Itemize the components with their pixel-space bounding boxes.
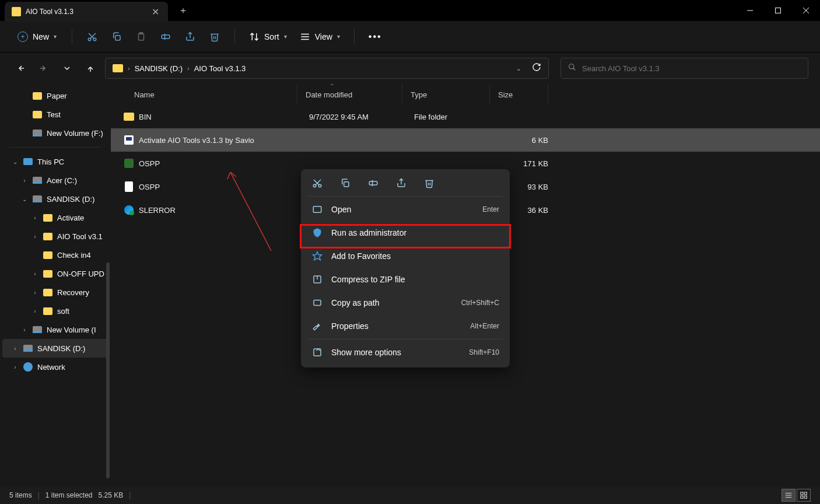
expand-icon[interactable]: › — [12, 345, 19, 352]
column-type[interactable]: Type — [402, 84, 490, 105]
title-bar: AIO Tool v3.1.3 ✕ ＋ — [0, 0, 820, 21]
refresh-button[interactable] — [532, 62, 541, 74]
separator — [234, 29, 235, 44]
svg-rect-37 — [313, 206, 321, 213]
paste-button[interactable] — [131, 26, 152, 47]
thumbnails-view-button[interactable] — [797, 489, 811, 502]
forward-button[interactable] — [35, 60, 52, 77]
ctx-cut-button[interactable] — [311, 177, 323, 189]
copy-button[interactable] — [106, 26, 127, 47]
more-button[interactable]: ••• — [364, 32, 387, 42]
expand-icon[interactable]: › — [31, 271, 38, 277]
search-box[interactable] — [560, 58, 808, 79]
cut-button[interactable] — [82, 26, 103, 47]
window-controls — [736, 0, 820, 21]
sidebar-item-onoff[interactable]: ›ON-OFF UPD — [0, 264, 111, 283]
new-button[interactable]: + New ▾ — [12, 29, 62, 44]
folder-icon — [12, 7, 21, 16]
expand-icon[interactable]: › — [31, 308, 38, 314]
network-icon — [23, 362, 33, 372]
ctx-copy-path[interactable]: Copy as path Ctrl+Shift+C — [304, 291, 506, 314]
collapse-icon[interactable]: ⌄ — [12, 159, 19, 165]
collapse-icon[interactable]: ⌄ — [21, 196, 28, 202]
ctx-open[interactable]: Open Enter — [304, 198, 506, 221]
expand-icon[interactable]: › — [21, 327, 28, 333]
search-input[interactable] — [582, 64, 801, 73]
sidebar-item-test[interactable]: Test — [0, 105, 111, 124]
column-name[interactable]: Name — [111, 84, 297, 105]
sidebar-item-newvol-f[interactable]: New Volume (F:) — [0, 124, 111, 142]
shield-icon — [311, 228, 323, 238]
column-size[interactable]: Size — [490, 84, 548, 105]
up-button[interactable] — [82, 60, 99, 77]
share-button[interactable] — [180, 26, 201, 47]
sort-button[interactable]: Sort ▾ — [244, 29, 292, 44]
sidebar-item-sandisk[interactable]: ⌄SANDISK (D:) — [0, 190, 111, 208]
back-button[interactable] — [12, 60, 29, 77]
folder-icon — [43, 270, 52, 278]
ctx-delete-button[interactable] — [423, 177, 435, 189]
sidebar-item-network[interactable]: ›Network — [0, 358, 111, 376]
ctx-compress-zip[interactable]: Compress to ZIP file — [304, 268, 506, 291]
ctx-copy-button[interactable] — [339, 177, 351, 189]
svg-line-25 — [573, 68, 576, 71]
sidebar-scrollbar[interactable] — [106, 262, 110, 478]
divider — [9, 147, 101, 148]
tab-title: AIO Tool v3.1.3 — [26, 8, 147, 16]
ctx-properties[interactable]: Properties Alt+Enter — [304, 314, 506, 338]
file-row-activate-aio[interactable]: Activate AIO Tools v3.1.3 by Savio 6 KB — [111, 128, 820, 152]
chevron-right-icon: › — [128, 65, 130, 72]
expand-icon[interactable]: › — [31, 233, 38, 240]
expand-icon[interactable]: › — [12, 364, 19, 370]
sidebar-item-thispc[interactable]: ⌄This PC — [0, 152, 111, 171]
view-label: View — [315, 32, 332, 41]
rename-button[interactable] — [155, 26, 176, 47]
column-headers: Name Date modified Type Size — [111, 84, 820, 105]
status-size: 5.25 KB — [99, 491, 124, 499]
address-bar[interactable]: › SANDISK (D:) › AIO Tool v3.1.3 ⌄ — [105, 58, 549, 79]
path-icon — [311, 298, 323, 308]
sidebar-item-checkin4[interactable]: Check in4 — [0, 246, 111, 264]
sidebar-item-soft[interactable]: ›soft — [0, 302, 111, 320]
ctx-show-more[interactable]: Show more options Shift+F10 — [304, 341, 506, 364]
window-tab[interactable]: AIO Tool v3.1.3 ✕ — [5, 2, 168, 22]
svg-rect-32 — [369, 181, 377, 185]
file-icon — [125, 181, 133, 192]
details-view-button[interactable] — [782, 489, 796, 502]
sidebar-item-newvol-i[interactable]: ›New Volume (I — [0, 320, 111, 339]
folder-icon — [43, 289, 52, 296]
folder-icon — [43, 251, 52, 259]
delete-button[interactable] — [204, 26, 225, 47]
view-toggle — [782, 489, 811, 502]
ctx-add-favorites[interactable]: Add to Favorites — [304, 244, 506, 268]
file-row-bin[interactable]: BIN 9/7/2022 9:45 AM File folder — [111, 105, 820, 128]
maximize-button[interactable] — [764, 0, 792, 21]
close-tab-icon[interactable]: ✕ — [152, 6, 161, 18]
ctx-share-button[interactable] — [395, 177, 407, 189]
minimize-button[interactable] — [736, 0, 764, 21]
expand-icon[interactable]: › — [31, 215, 38, 221]
sidebar-item-activate[interactable]: ›Activate — [0, 208, 111, 227]
navigation-bar: › SANDISK (D:) › AIO Tool v3.1.3 ⌄ — [0, 52, 820, 84]
sidebar-item-sandisk2[interactable]: ›SANDISK (D:) — [2, 339, 108, 358]
breadcrumb-segment[interactable]: AIO Tool v3.1.3 — [194, 64, 246, 73]
chevron-down-icon[interactable]: ⌄ — [516, 65, 527, 72]
expand-icon[interactable]: › — [21, 177, 28, 184]
sidebar-item-aio[interactable]: ›AIO Tool v3.1 — [0, 227, 111, 246]
expand-icon[interactable]: › — [31, 289, 38, 296]
folder-icon — [43, 233, 52, 240]
breadcrumb-segment[interactable]: SANDISK (D:) — [135, 64, 183, 73]
column-date[interactable]: Date modified — [297, 84, 402, 105]
recent-button[interactable] — [58, 60, 76, 77]
ctx-run-as-admin[interactable]: Run as administrator — [304, 221, 506, 244]
sidebar-item-paper[interactable]: Paper — [0, 86, 111, 105]
close-button[interactable] — [792, 0, 820, 21]
sidebar-item-recovery[interactable]: ›Recovery — [0, 283, 111, 302]
more-options-icon — [311, 347, 323, 358]
view-button[interactable]: View ▾ — [295, 29, 345, 44]
sidebar-item-acer[interactable]: ›Acer (C:) — [0, 171, 111, 190]
ctx-rename-button[interactable] — [367, 177, 379, 189]
chevron-down-icon: ▾ — [284, 33, 287, 40]
folder-icon — [33, 111, 42, 118]
new-tab-button[interactable]: ＋ — [178, 5, 188, 17]
